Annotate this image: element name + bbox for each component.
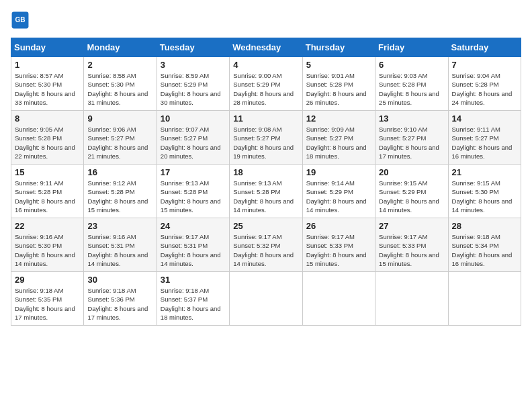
calendar-cell: 2 Sunrise: 8:58 AM Sunset: 5:30 PM Dayli… [84,57,157,111]
calendar-cell: 1 Sunrise: 8:57 AM Sunset: 5:30 PM Dayli… [11,57,84,111]
cell-content: Sunrise: 9:17 AM Sunset: 5:32 PM Dayligh… [233,232,298,268]
calendar-cell [375,272,448,326]
day-number: 9 [87,113,152,124]
cell-content: Sunrise: 9:17 AM Sunset: 5:33 PM Dayligh… [379,232,444,268]
cell-content: Sunrise: 9:01 AM Sunset: 5:28 PM Dayligh… [306,71,371,107]
day-number: 10 [161,113,226,124]
day-number: 30 [87,275,152,285]
calendar-cell: 15 Sunrise: 9:11 AM Sunset: 5:28 PM Dayl… [11,165,84,218]
calendar-cell: 11 Sunrise: 9:08 AM Sunset: 5:27 PM Dayl… [230,111,302,165]
day-number: 14 [452,113,517,124]
calendar-cell: 16 Sunrise: 9:12 AM Sunset: 5:28 PM Dayl… [84,165,157,218]
cell-content: Sunrise: 9:12 AM Sunset: 5:28 PM Dayligh… [87,179,152,214]
page-header: GB [11,11,521,30]
day-number: 25 [233,221,298,231]
cell-content: Sunrise: 9:18 AM Sunset: 5:35 PM Dayligh… [15,286,80,322]
svg-text:GB: GB [15,16,25,24]
calendar-cell: 5 Sunrise: 9:01 AM Sunset: 5:28 PM Dayli… [302,57,375,111]
calendar-cell: 31 Sunrise: 9:18 AM Sunset: 5:37 PM Dayl… [157,272,229,326]
calendar-table: SundayMondayTuesdayWednesdayThursdayFrid… [11,38,521,326]
cell-content: Sunrise: 9:16 AM Sunset: 5:31 PM Dayligh… [87,232,152,268]
week-row-3: 15 Sunrise: 9:11 AM Sunset: 5:28 PM Dayl… [11,165,521,218]
cell-content: Sunrise: 9:17 AM Sunset: 5:31 PM Dayligh… [161,232,226,268]
calendar-cell: 23 Sunrise: 9:16 AM Sunset: 5:31 PM Dayl… [84,218,157,272]
logo: GB [11,11,32,30]
day-number: 31 [161,275,226,285]
calendar-cell: 27 Sunrise: 9:17 AM Sunset: 5:33 PM Dayl… [375,218,448,272]
day-number: 19 [306,167,371,177]
calendar-cell: 30 Sunrise: 9:18 AM Sunset: 5:36 PM Dayl… [84,272,157,326]
cell-content: Sunrise: 9:14 AM Sunset: 5:29 PM Dayligh… [306,179,371,214]
cell-content: Sunrise: 9:09 AM Sunset: 5:27 PM Dayligh… [306,125,371,161]
cell-content: Sunrise: 9:18 AM Sunset: 5:34 PM Dayligh… [452,232,517,268]
col-header-wednesday: Wednesday [230,38,302,57]
cell-content: Sunrise: 9:07 AM Sunset: 5:27 PM Dayligh… [161,125,226,161]
calendar-cell: 9 Sunrise: 9:06 AM Sunset: 5:27 PM Dayli… [84,111,157,165]
calendar-cell: 25 Sunrise: 9:17 AM Sunset: 5:32 PM Dayl… [230,218,302,272]
day-number: 6 [379,60,444,70]
cell-content: Sunrise: 9:06 AM Sunset: 5:27 PM Dayligh… [87,125,152,161]
calendar-cell: 26 Sunrise: 9:17 AM Sunset: 5:33 PM Dayl… [302,218,375,272]
cell-content: Sunrise: 9:00 AM Sunset: 5:29 PM Dayligh… [233,71,298,107]
col-header-saturday: Saturday [448,38,521,57]
cell-content: Sunrise: 8:59 AM Sunset: 5:29 PM Dayligh… [161,71,226,107]
day-number: 1 [15,60,80,70]
calendar-cell: 6 Sunrise: 9:03 AM Sunset: 5:28 PM Dayli… [375,57,448,111]
day-number: 16 [87,167,152,177]
day-number: 22 [15,221,80,231]
day-number: 12 [306,113,371,124]
calendar-cell [302,272,375,326]
calendar-cell: 13 Sunrise: 9:10 AM Sunset: 5:27 PM Dayl… [375,111,448,165]
day-number: 13 [379,113,444,124]
cell-content: Sunrise: 9:18 AM Sunset: 5:37 PM Dayligh… [161,286,226,322]
day-number: 4 [233,60,298,70]
day-number: 11 [233,113,298,124]
calendar-cell: 24 Sunrise: 9:17 AM Sunset: 5:31 PM Dayl… [157,218,229,272]
cell-content: Sunrise: 9:17 AM Sunset: 5:33 PM Dayligh… [306,232,371,268]
calendar-cell [230,272,302,326]
calendar-cell: 21 Sunrise: 9:15 AM Sunset: 5:30 PM Dayl… [448,165,521,218]
logo-icon: GB [11,11,30,30]
cell-content: Sunrise: 9:03 AM Sunset: 5:28 PM Dayligh… [379,71,444,107]
calendar-cell: 3 Sunrise: 8:59 AM Sunset: 5:29 PM Dayli… [157,57,229,111]
cell-content: Sunrise: 9:15 AM Sunset: 5:30 PM Dayligh… [452,179,517,214]
col-header-monday: Monday [84,38,157,57]
day-number: 23 [87,221,152,231]
calendar-cell: 20 Sunrise: 9:15 AM Sunset: 5:29 PM Dayl… [375,165,448,218]
day-number: 15 [15,167,80,177]
calendar-cell: 18 Sunrise: 9:13 AM Sunset: 5:28 PM Dayl… [230,165,302,218]
day-number: 24 [161,221,226,231]
calendar-cell: 19 Sunrise: 9:14 AM Sunset: 5:29 PM Dayl… [302,165,375,218]
col-header-thursday: Thursday [302,38,375,57]
calendar-cell: 14 Sunrise: 9:11 AM Sunset: 5:27 PM Dayl… [448,111,521,165]
day-number: 27 [379,221,444,231]
cell-content: Sunrise: 9:11 AM Sunset: 5:28 PM Dayligh… [15,179,80,214]
cell-content: Sunrise: 9:18 AM Sunset: 5:36 PM Dayligh… [87,286,152,322]
cell-content: Sunrise: 8:57 AM Sunset: 5:30 PM Dayligh… [15,71,80,107]
cell-content: Sunrise: 9:04 AM Sunset: 5:28 PM Dayligh… [452,71,517,107]
cell-content: Sunrise: 9:11 AM Sunset: 5:27 PM Dayligh… [452,125,517,161]
day-number: 20 [379,167,444,177]
calendar-cell: 17 Sunrise: 9:13 AM Sunset: 5:28 PM Dayl… [157,165,229,218]
day-number: 26 [306,221,371,231]
calendar-cell: 8 Sunrise: 9:05 AM Sunset: 5:28 PM Dayli… [11,111,84,165]
week-row-5: 29 Sunrise: 9:18 AM Sunset: 5:35 PM Dayl… [11,272,521,326]
day-number: 8 [15,113,80,124]
cell-content: Sunrise: 9:16 AM Sunset: 5:30 PM Dayligh… [15,232,80,268]
day-number: 7 [452,60,517,70]
week-row-2: 8 Sunrise: 9:05 AM Sunset: 5:28 PM Dayli… [11,111,521,165]
cell-content: Sunrise: 9:13 AM Sunset: 5:28 PM Dayligh… [161,179,226,214]
cell-content: Sunrise: 9:15 AM Sunset: 5:29 PM Dayligh… [379,179,444,214]
day-number: 17 [161,167,226,177]
day-number: 29 [15,275,80,285]
cell-content: Sunrise: 9:08 AM Sunset: 5:27 PM Dayligh… [233,125,298,161]
calendar-cell: 12 Sunrise: 9:09 AM Sunset: 5:27 PM Dayl… [302,111,375,165]
calendar-cell [448,272,521,326]
day-number: 3 [161,60,226,70]
calendar-cell: 29 Sunrise: 9:18 AM Sunset: 5:35 PM Dayl… [11,272,84,326]
day-number: 18 [233,167,298,177]
cell-content: Sunrise: 9:05 AM Sunset: 5:28 PM Dayligh… [15,125,80,161]
calendar-cell: 22 Sunrise: 9:16 AM Sunset: 5:30 PM Dayl… [11,218,84,272]
cell-content: Sunrise: 9:13 AM Sunset: 5:28 PM Dayligh… [233,179,298,214]
calendar-cell: 4 Sunrise: 9:00 AM Sunset: 5:29 PM Dayli… [230,57,302,111]
